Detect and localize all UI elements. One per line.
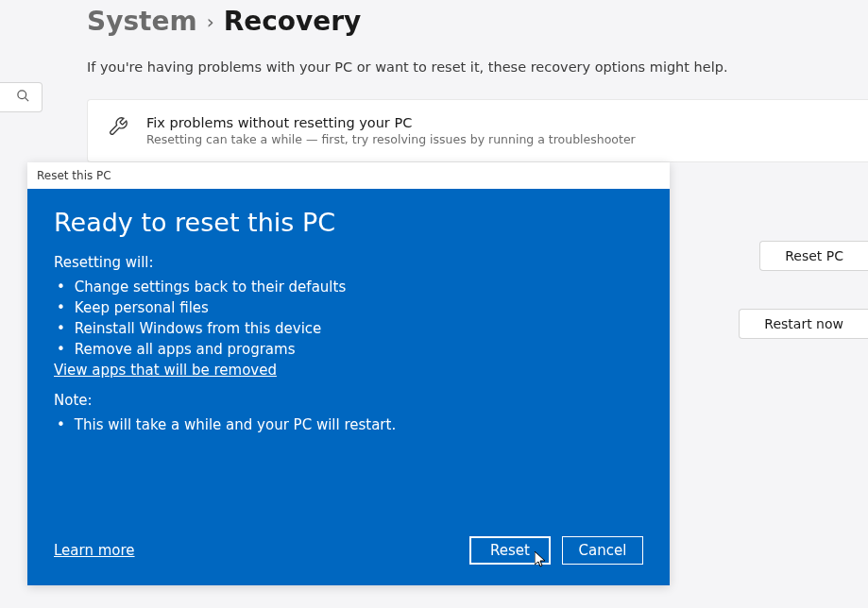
card-content: Fix problems without resetting your PC R… bbox=[146, 115, 636, 146]
resetting-label: Resetting will: bbox=[54, 254, 643, 271]
svg-line-1 bbox=[25, 97, 28, 101]
reset-button[interactable]: Reset bbox=[469, 536, 551, 565]
note-section: Note: This will take a while and your PC… bbox=[54, 392, 643, 435]
dialog-titlebar: Reset this PC bbox=[27, 162, 670, 189]
settings-page: System › Recovery If you're having probl… bbox=[0, 0, 868, 162]
reset-pc-button[interactable]: Reset PC bbox=[759, 241, 868, 271]
fix-problems-card[interactable]: Fix problems without resetting your PC R… bbox=[87, 99, 868, 162]
search-icon bbox=[16, 89, 30, 107]
list-item: Change settings back to their defaults bbox=[54, 277, 643, 297]
list-item: Keep personal files bbox=[54, 297, 643, 318]
dialog-heading: Ready to reset this PC bbox=[54, 208, 643, 237]
chevron-right-icon: › bbox=[207, 10, 214, 33]
reset-actions-list: Change settings back to their defaults K… bbox=[54, 277, 643, 360]
breadcrumb-parent[interactable]: System bbox=[87, 6, 197, 37]
note-label: Note: bbox=[54, 392, 643, 409]
wrench-icon bbox=[107, 115, 129, 138]
search-input[interactable] bbox=[0, 82, 43, 112]
dialog-footer: Learn more Reset Cancel bbox=[54, 536, 643, 565]
breadcrumb: System › Recovery bbox=[0, 0, 868, 37]
dialog-body: Ready to reset this PC Resetting will: C… bbox=[27, 189, 670, 585]
card-title: Fix problems without resetting your PC bbox=[146, 115, 636, 130]
restart-now-button[interactable]: Restart now bbox=[739, 309, 868, 339]
svg-point-0 bbox=[18, 90, 26, 98]
cancel-button[interactable]: Cancel bbox=[562, 536, 643, 565]
learn-more-link[interactable]: Learn more bbox=[54, 542, 135, 559]
note-list: This will take a while and your PC will … bbox=[54, 414, 643, 435]
list-item: Reinstall Windows from this device bbox=[54, 318, 643, 339]
list-item: This will take a while and your PC will … bbox=[54, 414, 643, 435]
list-item: Remove all apps and programs bbox=[54, 339, 643, 360]
reset-pc-dialog: Reset this PC Ready to reset this PC Res… bbox=[27, 162, 670, 585]
dialog-buttons: Reset Cancel bbox=[469, 536, 643, 565]
view-apps-link[interactable]: View apps that will be removed bbox=[54, 362, 277, 379]
page-intro: If you're having problems with your PC o… bbox=[0, 37, 868, 75]
card-subtitle: Resetting can take a while — first, try … bbox=[146, 132, 636, 146]
breadcrumb-current: Recovery bbox=[224, 6, 362, 37]
